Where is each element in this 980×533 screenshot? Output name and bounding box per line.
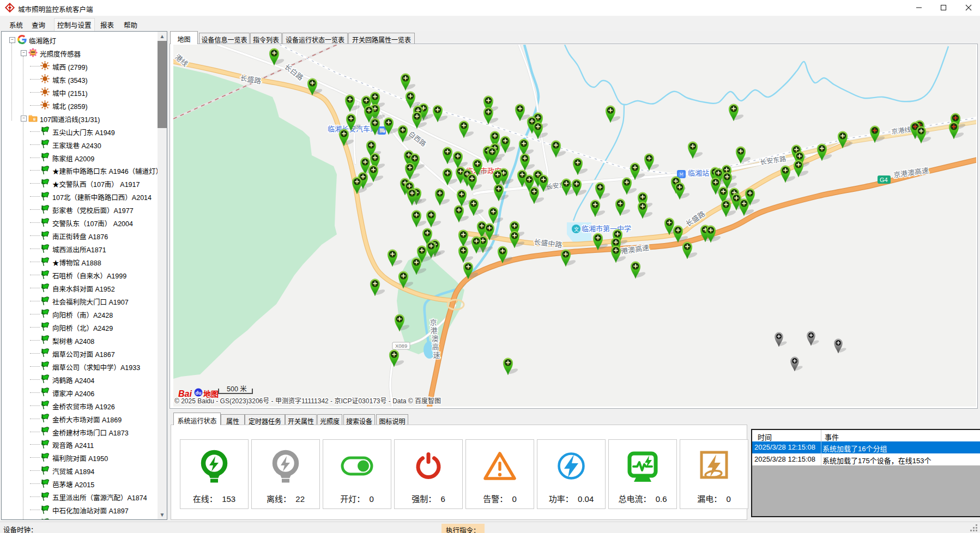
svg-text:X089: X089 <box>395 343 407 349</box>
svg-text:速: 速 <box>433 351 440 359</box>
svg-text:高: 高 <box>432 343 439 351</box>
svg-text:文: 文 <box>574 226 579 232</box>
svg-text:© 2025 Baidu - GS(2023)3206号 -: © 2025 Baidu - GS(2023)3206号 - 甲测资字11111… <box>174 397 441 405</box>
svg-text:500 米: 500 米 <box>227 385 247 393</box>
svg-text:du: du <box>196 390 202 396</box>
svg-text:京: 京 <box>429 318 437 326</box>
svg-text:澳: 澳 <box>431 335 438 343</box>
svg-text:港: 港 <box>430 326 437 335</box>
svg-text:临湘市第一中学: 临湘市第一中学 <box>582 225 631 233</box>
svg-text:Ⓜ: Ⓜ <box>679 172 684 178</box>
svg-text:G4: G4 <box>880 177 888 183</box>
svg-text:临湘站: 临湘站 <box>688 169 709 177</box>
